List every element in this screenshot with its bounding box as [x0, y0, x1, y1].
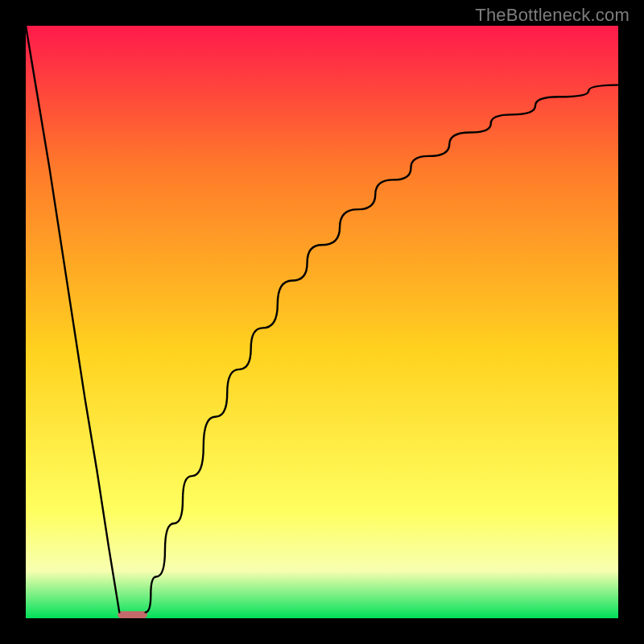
- plot-area: [26, 26, 618, 618]
- svg-rect-1: [118, 611, 147, 618]
- chart-frame: TheBottleneck.com: [0, 0, 644, 644]
- chart-svg: [26, 26, 618, 618]
- svg-rect-0: [26, 26, 618, 618]
- watermark-label: TheBottleneck.com: [475, 5, 630, 26]
